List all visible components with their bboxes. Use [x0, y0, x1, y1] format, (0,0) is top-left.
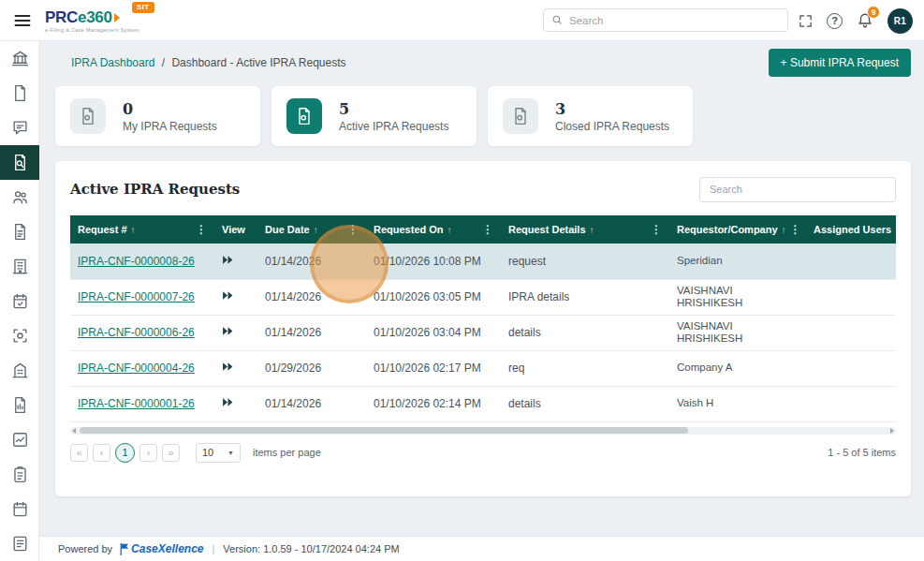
sort-asc-icon[interactable]: ↑ [895, 225, 896, 235]
sidebar-item-analytics[interactable] [0, 422, 39, 457]
column-header-requestor-company[interactable]: Requestor/Company↑⋮ [669, 215, 806, 244]
column-label: Request Details [508, 224, 586, 235]
clipboard-icon [11, 465, 29, 483]
assigned-users-cell [806, 350, 896, 386]
request-link[interactable]: IPRA-CNF-0000006-26 [78, 326, 195, 339]
help-button[interactable]: ? [827, 13, 843, 29]
top-header: PRCe360 e-Filing & Case Management Syste… [0, 0, 924, 41]
column-header-request-id[interactable]: Request #↑⋮ [70, 215, 214, 244]
sort-asc-icon[interactable]: ↑ [590, 225, 594, 235]
column-header-request-details[interactable]: Request Details↑⋮ [501, 215, 669, 244]
sidebar-item-institution[interactable] [0, 41, 39, 76]
request-link[interactable]: IPRA-CNF-0000004-26 [78, 362, 195, 375]
request-details-cell: details [501, 386, 669, 421]
column-menu-icon[interactable]: ⋮ [196, 223, 207, 236]
column-menu-icon[interactable]: ⋮ [790, 223, 801, 236]
app-logo[interactable]: PRCe360 e-Filing & Case Management Syste… [45, 8, 139, 33]
page-range-label: 1 - 5 of 5 items [828, 447, 896, 458]
sidebar-item-calendar[interactable] [0, 492, 39, 526]
user-avatar[interactable]: R1 [887, 8, 913, 34]
column-label: Assigned Users [814, 224, 891, 235]
assigned-users-cell [806, 244, 896, 279]
notifications-button[interactable]: 9 [857, 12, 873, 29]
sidebar-item-users[interactable] [0, 180, 39, 214]
request-link[interactable]: IPRA-CNF-0000008-26 [78, 255, 195, 268]
table-row[interactable]: IPRA-CNF-0000008-26 01/14/2026 01/10/202… [70, 244, 896, 279]
sidebar-item-notes[interactable] [0, 526, 39, 561]
due-date-cell: 01/14/2026 [257, 315, 366, 350]
panel-title: Active IPRA Requests [70, 181, 240, 198]
pager-prev-button[interactable]: ‹ [93, 444, 110, 462]
fullscreen-icon [799, 14, 813, 28]
breadcrumb-link-ipra-dashboard[interactable]: IPRA Dashboard [71, 56, 154, 69]
column-header-requested-on[interactable]: Requested On↑⋮ [366, 215, 501, 244]
stat-value: 3 [555, 100, 669, 118]
global-search-input[interactable] [569, 15, 780, 26]
stat-card-active-requests[interactable]: 5 Active IPRA Requests [271, 86, 477, 146]
column-label: Requestor/Company [677, 224, 778, 235]
sidebar-item-clipboard[interactable] [0, 457, 39, 492]
fast-forward-view-icon[interactable] [222, 397, 234, 407]
sidebar-item-reports[interactable] [0, 388, 39, 422]
column-menu-icon[interactable]: ⋮ [482, 223, 493, 236]
request-link[interactable]: IPRA-CNF-0000001-26 [78, 397, 195, 410]
table-search-input[interactable] [699, 177, 896, 202]
fast-forward-view-icon[interactable] [222, 326, 234, 336]
column-menu-icon[interactable]: ⋮ [651, 223, 662, 236]
requestor-cell: Vaish H [669, 386, 806, 421]
column-header-due-date[interactable]: Due Date↑⋮ [257, 215, 366, 244]
fast-forward-view-icon[interactable] [222, 255, 234, 265]
sidebar-item-tasks[interactable] [0, 284, 39, 318]
sidebar-item-files[interactable] [0, 214, 39, 249]
sidebar-item-messages[interactable] [0, 111, 39, 145]
sidebar-item-organization[interactable] [0, 249, 39, 284]
table-row[interactable]: IPRA-CNF-0000007-26 01/14/2026 01/10/202… [70, 279, 896, 315]
horizontal-scrollbar[interactable] [70, 427, 896, 435]
column-menu-icon[interactable]: ⋮ [347, 223, 359, 236]
table-row[interactable]: IPRA-CNF-0000001-26 01/14/2026 01/10/202… [70, 386, 896, 421]
scrollbar-thumb[interactable] [80, 427, 688, 434]
request-link[interactable]: IPRA-CNF-0000007-26 [78, 290, 195, 303]
calendar-icon [11, 500, 29, 518]
sort-asc-icon[interactable]: ↑ [314, 225, 318, 235]
scroll-right-arrow[interactable] [890, 428, 894, 434]
pager-page-1[interactable]: 1 [115, 443, 135, 463]
sidebar-item-documents[interactable] [0, 76, 39, 111]
file-icon [11, 84, 29, 102]
file-badge-icon-active [286, 98, 322, 134]
fullscreen-button[interactable] [799, 14, 813, 28]
column-header-assigned-users[interactable]: Assigned Users↑ [806, 215, 896, 244]
logo-tagline: e-Filing & Case Management System [45, 27, 139, 33]
stat-card-my-requests[interactable]: 0 My IPRA Requests [55, 86, 260, 146]
file-badge-icon [70, 98, 106, 134]
sort-asc-icon[interactable]: ↑ [131, 225, 136, 235]
flag-icon [119, 543, 129, 555]
file-text-icon [11, 223, 29, 241]
sort-asc-icon[interactable]: ↑ [447, 225, 452, 235]
stat-text: 5 Active IPRA Requests [339, 100, 448, 133]
scroll-left-arrow[interactable] [72, 428, 76, 434]
table-row[interactable]: IPRA-CNF-0000006-26 01/14/2026 01/10/202… [70, 315, 896, 350]
pager-last-button[interactable]: » [162, 444, 180, 462]
fast-forward-view-icon[interactable] [222, 290, 234, 301]
stat-value: 0 [123, 100, 217, 118]
sort-asc-icon[interactable]: ↑ [782, 225, 786, 235]
search-icon [551, 14, 564, 26]
hamburger-icon [13, 11, 32, 30]
table-row[interactable]: IPRA-CNF-0000004-26 01/29/2026 01/10/202… [70, 350, 896, 386]
column-header-view[interactable]: View [214, 215, 257, 244]
pager-first-button[interactable]: « [70, 444, 88, 462]
casexellence-logo[interactable]: CaseXellence [119, 542, 203, 555]
page-size-select[interactable]: 10 ▼ [196, 443, 241, 463]
pager-next-button[interactable]: › [139, 444, 157, 462]
stat-card-closed-requests[interactable]: 3 Closed IPRA Requests [488, 86, 693, 146]
sidebar-item-properties[interactable] [0, 353, 39, 388]
requestor-cell: Company A [669, 350, 806, 386]
sidebar-item-ipra-requests[interactable] [0, 145, 39, 180]
requestor-cell: Speridian [669, 244, 806, 279]
submit-ipra-request-button[interactable]: + Submit IPRA Request [769, 49, 911, 77]
hamburger-menu-button[interactable] [9, 7, 36, 34]
sidebar-item-scan[interactable] [0, 318, 39, 353]
fast-forward-view-icon[interactable] [222, 362, 234, 372]
requested-on-cell: 01/10/2026 10:08 PM [366, 244, 501, 279]
